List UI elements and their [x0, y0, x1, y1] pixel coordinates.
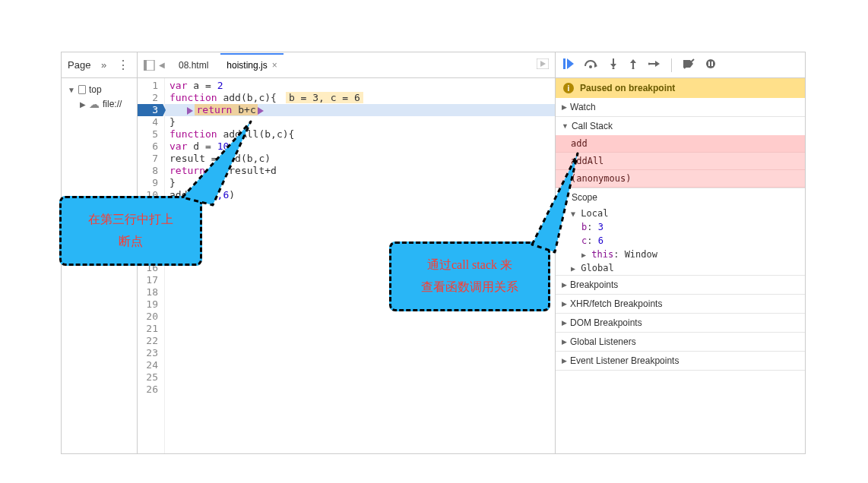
svg-marker-5 — [567, 58, 574, 69]
page-icon — [78, 85, 86, 94]
svg-rect-4 — [563, 58, 565, 69]
xhr-section: ▶XHR/fetch Breakpoints — [556, 295, 805, 314]
triangle-down-icon: ▼ — [68, 86, 75, 94]
watch-section: ▶Watch — [556, 98, 805, 117]
pause-banner: i Paused on breakpoint — [556, 78, 805, 98]
cloud-icon: ☁ — [89, 98, 100, 110]
svg-marker-22 — [182, 122, 251, 205]
triangle-right-icon: ▶ — [571, 264, 575, 273]
svg-point-13 — [632, 68, 635, 70]
breakpoint-marker[interactable]: 3 — [138, 104, 166, 116]
tree-child[interactable]: ▶ ☁ file:// — [65, 96, 134, 112]
info-icon: i — [563, 83, 574, 93]
section-header[interactable]: ▶Global Listeners — [556, 333, 805, 351]
step-into-button[interactable] — [609, 58, 618, 71]
tree-label: top — [89, 84, 102, 95]
callout-tail-icon — [532, 153, 623, 260]
svg-point-10 — [613, 68, 615, 70]
step-over-button[interactable] — [584, 58, 598, 71]
dom-section: ▶DOM Breakpoints — [556, 314, 805, 333]
nav-toggle-icon[interactable]: ◀ — [144, 60, 165, 71]
tab-label: 08.html — [179, 60, 208, 71]
svg-marker-9 — [610, 64, 616, 68]
source-tab-bar: ◀ 08.html hoisting.js × — [138, 52, 555, 78]
annotation-text: 通过call stack 来 — [399, 254, 540, 276]
tree-root[interactable]: ▼ top — [65, 83, 134, 96]
triangle-down-icon: ▼ — [562, 122, 569, 130]
execution-line: return b+c — [165, 104, 555, 116]
annotation-callout: 通过call stack 来 查看函数调用关系 — [389, 242, 550, 311]
triangle-right-icon: ▶ — [562, 300, 567, 308]
step-out-button[interactable] — [629, 58, 638, 71]
event-listener-section: ▶Event Listener Breakpoints — [556, 352, 805, 371]
overflow-chevron-icon[interactable]: » — [101, 59, 106, 71]
annotation-callout: 在第三行中打上 断点 — [59, 196, 202, 266]
section-header[interactable]: ▶DOM Breakpoints — [556, 314, 805, 332]
deactivate-breakpoints-button[interactable] — [683, 58, 695, 71]
file-tree: ▼ top ▶ ☁ file:// — [62, 78, 137, 116]
exec-marker-icon — [258, 107, 264, 115]
section-header[interactable]: ▶Event Listener Breakpoints — [556, 352, 805, 370]
close-icon[interactable]: × — [272, 60, 277, 71]
scope-global[interactable]: ▶ Global — [556, 261, 805, 275]
triangle-right-icon: ▶ — [562, 338, 567, 346]
svg-point-16 — [648, 63, 651, 65]
callout-tail-icon — [182, 122, 274, 213]
navigator-header: Page » ⋮ — [62, 52, 137, 78]
section-header[interactable]: ▼Call Stack — [556, 117, 805, 135]
triangle-right-icon: ▶ — [562, 357, 567, 365]
inline-values: b = 3, c = 6 — [286, 92, 363, 103]
section-header[interactable]: ▶Breakpoints — [556, 276, 805, 294]
annotation-text: 查看函数调用关系 — [399, 276, 540, 298]
svg-marker-23 — [532, 153, 578, 252]
global-listeners-section: ▶Global Listeners — [556, 333, 805, 352]
tab-active[interactable]: hoisting.js × — [222, 54, 281, 77]
svg-rect-21 — [711, 62, 713, 66]
run-snippet-icon[interactable] — [537, 58, 549, 71]
breakpoints-section: ▶Breakpoints — [556, 276, 805, 295]
svg-marker-3 — [540, 61, 546, 67]
section-header[interactable]: ▶XHR/fetch Breakpoints — [556, 295, 805, 313]
svg-marker-12 — [630, 59, 636, 63]
debug-toolbar — [556, 52, 805, 78]
navigator-title[interactable]: Page — [68, 59, 90, 71]
triangle-right-icon: ▶ — [80, 100, 86, 109]
annotation-text: 断点 — [69, 231, 192, 253]
resume-button[interactable] — [563, 58, 574, 71]
svg-marker-15 — [655, 61, 660, 67]
step-button[interactable] — [648, 58, 661, 71]
tree-label: file:// — [103, 99, 122, 109]
triangle-right-icon: ▶ — [562, 103, 567, 111]
pause-label: Paused on breakpoint — [580, 83, 675, 93]
svg-rect-1 — [144, 60, 147, 71]
pause-exceptions-button[interactable] — [705, 58, 716, 71]
separator — [671, 58, 672, 72]
annotation-text: 在第三行中打上 — [69, 209, 192, 231]
more-menu-icon[interactable]: ⋮ — [117, 58, 131, 72]
tab-inactive[interactable]: 08.html — [174, 54, 213, 77]
triangle-right-icon: ▶ — [562, 319, 567, 327]
svg-point-19 — [706, 59, 715, 68]
svg-rect-20 — [708, 62, 710, 66]
section-header[interactable]: ▶Watch — [556, 98, 805, 116]
line-gutter[interactable]: 1234567891011121314151617181920212223242… — [138, 78, 165, 453]
exec-marker-icon — [187, 107, 193, 115]
triangle-right-icon: ▶ — [562, 281, 567, 289]
svg-point-6 — [589, 65, 592, 68]
stack-frame[interactable]: add — [556, 135, 805, 153]
tab-label: hoisting.js — [227, 60, 267, 71]
